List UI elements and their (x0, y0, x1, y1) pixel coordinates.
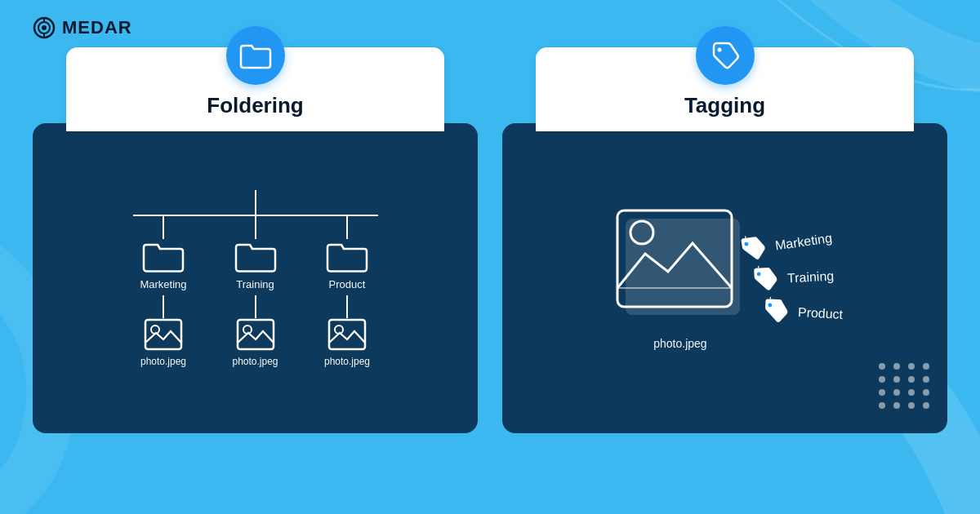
logo: MEDAR (33, 16, 947, 39)
svg-rect-12 (626, 219, 740, 315)
label-product: Product (329, 278, 366, 290)
tags-container: Marketing Training (742, 229, 839, 327)
tagging-file-label: photo.jpeg (653, 337, 706, 350)
tag-label-training: Training (786, 268, 834, 286)
tagging-icon-circle (696, 26, 755, 85)
folder-training-icon (234, 239, 277, 273)
tag-row-marketing: Marketing (736, 224, 836, 266)
tree-top-line (255, 190, 256, 215)
tag-product-icon (760, 296, 791, 327)
foldering-body: Marketing photo.jpeg (33, 123, 478, 433)
tagging-panel: Tagging (502, 47, 947, 433)
tag-row-training: Training (749, 261, 840, 295)
foldering-panel: Foldering (33, 47, 478, 433)
file-marketing: photo.jpeg (140, 356, 186, 367)
logo-text: MEDAR (62, 17, 132, 38)
branch-training: Training photo.jpeg (216, 216, 294, 367)
foldering-header: Foldering (66, 47, 444, 131)
tree-branches: Marketing photo.jpeg (125, 216, 386, 367)
tag-row-product: Product (760, 296, 844, 330)
folder-icon (239, 42, 272, 69)
tagging-title: Tagging (684, 93, 765, 118)
big-image-container: photo.jpeg (611, 206, 750, 350)
tagging-body: photo.jpeg (502, 123, 947, 433)
svg-rect-7 (238, 320, 274, 349)
svg-point-11 (717, 48, 721, 52)
branch-marketing: Marketing photo.jpeg (125, 216, 203, 367)
big-image-icon (611, 206, 750, 329)
tag-label-marketing: Marketing (774, 231, 833, 254)
tagging-header: Tagging (536, 47, 914, 131)
svg-rect-9 (329, 320, 365, 349)
tag-training-icon (749, 264, 780, 295)
foldering-title: Foldering (207, 93, 303, 118)
logo-icon (33, 16, 56, 39)
image-training-icon (236, 318, 275, 351)
file-training: photo.jpeg (232, 356, 278, 367)
image-marketing-icon (144, 318, 183, 351)
image-product-icon (327, 318, 367, 351)
svg-point-2 (42, 25, 47, 30)
branch-product: Product photo.jpeg (309, 216, 386, 367)
tag-icon-header (710, 40, 741, 71)
tag-marketing-icon (736, 233, 769, 266)
folder-marketing-icon (142, 239, 185, 273)
svg-rect-5 (145, 320, 181, 349)
tagging-diagram: photo.jpeg (519, 206, 931, 350)
foldering-icon-circle (226, 26, 285, 85)
folder-product-icon (326, 239, 368, 273)
panels-row: Foldering (33, 47, 947, 490)
dots-decoration (879, 363, 931, 409)
folder-diagram: Marketing photo.jpeg (49, 190, 461, 367)
file-product: photo.jpeg (324, 356, 370, 367)
label-marketing: Marketing (140, 278, 186, 290)
label-training: Training (236, 278, 274, 290)
tag-label-product: Product (797, 305, 843, 322)
h-bar (133, 215, 378, 216)
